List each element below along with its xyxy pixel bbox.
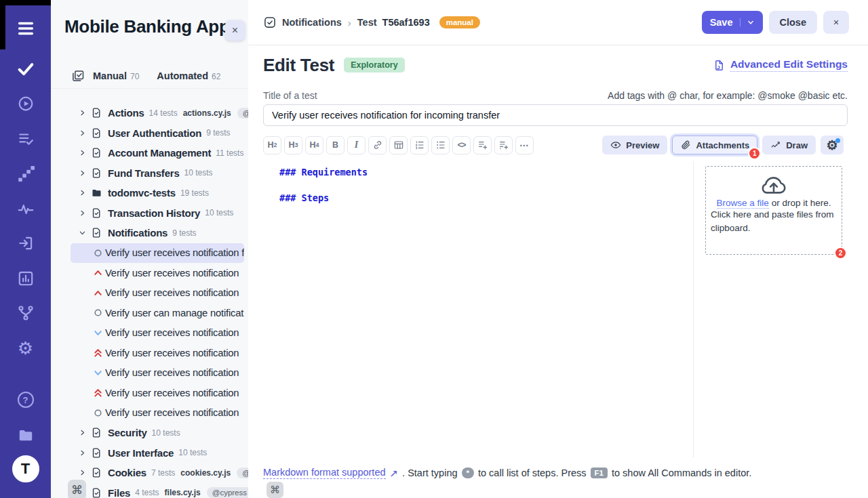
dropzone-line1: Browse a file or drop it here. — [711, 198, 837, 208]
document-settings-icon — [713, 59, 726, 72]
ordered-list-icon[interactable] — [410, 136, 429, 154]
branch-icon[interactable] — [0, 298, 51, 328]
suite-tag: @cypress — [207, 487, 248, 498]
toolbar-h3-button[interactable]: H3 — [284, 136, 302, 154]
sign-in-icon[interactable] — [0, 228, 51, 258]
drop-text: or drop it here. — [772, 198, 831, 208]
tree-test-row[interactable]: Verify user receives notification — [71, 383, 244, 403]
preview-button[interactable]: Preview — [602, 136, 667, 154]
tree-suite-row[interactable]: Fund Transfers10 tests — [51, 163, 248, 184]
code-icon[interactable]: <> — [452, 136, 471, 154]
tree-test-row[interactable]: Verify user receives notification for in… — [71, 243, 244, 264]
draw-button[interactable]: Draw — [762, 136, 816, 154]
tree-test-row[interactable]: Verify user receives notification — [71, 323, 244, 344]
link-icon[interactable] — [368, 136, 387, 154]
browse-file-link[interactable]: Browse a file — [717, 198, 769, 209]
chevron-right-icon[interactable] — [79, 189, 86, 196]
tour-step-badge-2: 2 — [834, 247, 847, 260]
tasks-icon — [71, 69, 85, 83]
help-circle-icon[interactable]: ? — [0, 385, 51, 415]
tree-suite-row[interactable]: todomvc-tests19 tests — [51, 183, 248, 203]
markdown-help-link[interactable]: Markdown format supported — [263, 467, 386, 479]
suite-count: 19 tests — [180, 188, 209, 198]
editor-settings-button[interactable]: ⚙ — [821, 136, 844, 154]
suite-label: Notifications — [108, 227, 167, 238]
breadcrumb-section[interactable]: Notifications — [282, 17, 342, 28]
suite-count: 4 tests — [135, 488, 159, 497]
breadcrumb-test-id[interactable]: T56af1693 — [382, 17, 430, 28]
test-label: Verify user receives notification — [105, 367, 239, 378]
tree-suite-row[interactable]: Notifications9 tests — [51, 223, 248, 243]
ordered-list-add-icon[interactable] — [494, 136, 513, 154]
bullet-list-add-icon[interactable] — [473, 136, 492, 154]
play-circle-icon[interactable] — [0, 89, 51, 119]
chevron-right-icon[interactable] — [79, 429, 86, 436]
chevron-right-icon[interactable] — [79, 449, 86, 457]
bullet-list-icon[interactable] — [431, 136, 450, 154]
menu-icon[interactable] — [0, 14, 51, 43]
tab-automated-label: Automated — [157, 70, 208, 81]
test-title-input[interactable] — [263, 104, 848, 126]
folders-icon[interactable] — [0, 420, 51, 450]
save-dropdown-caret-icon[interactable] — [740, 18, 755, 26]
chevron-right-icon[interactable] — [79, 469, 86, 476]
status-circle-icon — [93, 408, 103, 418]
attachments-button[interactable]: Attachments 1 — [672, 136, 757, 154]
toolbar-h2-button[interactable]: H2 — [263, 136, 281, 154]
tree-test-row[interactable]: Verify user can manage notifications — [71, 303, 244, 323]
suite-doc-icon — [91, 207, 102, 219]
suite-doc-icon — [91, 467, 102, 478]
tree-test-row[interactable]: Verify user receives notification — [71, 263, 244, 283]
panel-close-button[interactable]: × — [225, 20, 245, 41]
toolbar-i-button[interactable]: I — [347, 136, 366, 154]
tree-test-row[interactable]: Verify user receives notification — [71, 363, 244, 383]
tree-suite-row[interactable]: Security10 tests — [51, 423, 248, 443]
more-icon[interactable]: ⋯ — [515, 136, 534, 154]
tree-suite-row[interactable]: User Authentication9 tests — [51, 123, 248, 144]
suite-label: Fund Transfers — [108, 167, 180, 179]
tree-suite-row[interactable]: Account Management11 tests — [51, 143, 248, 163]
draw-pen-icon — [770, 140, 781, 150]
tree-suite-row[interactable]: User Interface10 tests — [51, 443, 248, 463]
logo-icon[interactable]: T — [0, 454, 51, 484]
status-circle-icon — [93, 308, 103, 318]
list-check-icon[interactable] — [0, 124, 51, 154]
save-button[interactable]: Save — [702, 11, 763, 34]
gear-icon[interactable]: ⚙ — [0, 333, 51, 363]
footer-text: to show All Commands in editor. — [612, 468, 751, 478]
chevron-right-icon[interactable] — [79, 129, 86, 137]
dismiss-button[interactable]: × — [823, 11, 849, 34]
tree-test-row[interactable]: Verify user receives notification — [71, 403, 244, 423]
command-key-badge[interactable]: ⌘ — [267, 482, 283, 498]
check-icon[interactable] — [0, 54, 51, 83]
tree-test-row[interactable]: Verify user receives notification — [71, 343, 244, 363]
chevron-down-icon[interactable] — [79, 229, 86, 236]
topbar: Notifications › Test T56af1693 manual Sa… — [248, 0, 868, 45]
editor-line[interactable]: ### Requirements — [279, 167, 368, 178]
file-dropzone[interactable]: Browse a file or drop it here. Click her… — [705, 166, 842, 255]
editor-line[interactable]: ### Steps — [279, 192, 329, 203]
command-key-badge[interactable]: ⌘ — [68, 480, 86, 498]
activity-icon[interactable] — [0, 194, 51, 224]
tab-automated-count: 62 — [212, 72, 220, 81]
suite-label: Files — [108, 487, 130, 498]
suite-count: 10 tests — [184, 168, 213, 178]
advanced-edit-settings-link[interactable]: Advanced Edit Settings — [713, 58, 848, 72]
tree-suite-row[interactable]: Actions14 testsactions.cy.js@c — [51, 103, 248, 123]
tree-test-row[interactable]: Verify user receives notification — [71, 283, 244, 304]
toolbar-b-button[interactable]: B — [326, 136, 344, 154]
chevron-right-icon[interactable] — [79, 209, 86, 217]
tab-automated[interactable]: Automated 62 — [157, 70, 220, 81]
tree-suite-row[interactable]: Transaction History10 tests — [51, 203, 248, 224]
toolbar-h4-button[interactable]: H4 — [305, 136, 323, 154]
close-button[interactable]: Close — [769, 11, 818, 34]
tab-manual[interactable]: Manual 70 — [93, 70, 139, 81]
table-icon[interactable] — [389, 136, 408, 154]
bar-chart-icon[interactable] — [0, 264, 51, 293]
chevron-right-icon[interactable] — [79, 149, 86, 157]
chevron-right-icon[interactable] — [79, 169, 86, 177]
chevron-right-icon[interactable] — [79, 109, 86, 117]
steps-icon[interactable] — [0, 159, 51, 189]
test-label: Verify user receives notification for in… — [105, 247, 244, 258]
main-area: Notifications › Test T56af1693 manual Sa… — [248, 0, 868, 498]
